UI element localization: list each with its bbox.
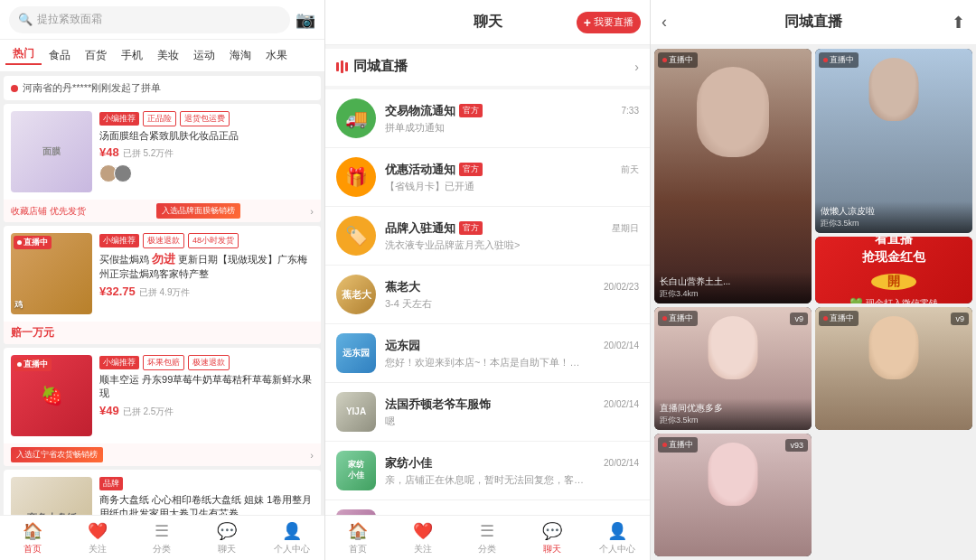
badge-official-promo: 官方 [459,163,483,176]
cat-food[interactable]: 食品 [42,48,78,63]
chat-item-yuanyuan[interactable]: 远东园 远东园 20/02/14 您好！欢迎来到本店~！本店是自助下单！喜... [325,324,650,383]
live-cell-man1[interactable]: 直播中 长白山营养土土... 距你3.4km [654,49,812,303]
msg-jiaxiao: 亲，店铺正在休息呢，暂时无法回复您，客服上... [385,473,584,487]
search-icon: 🔍 [18,13,33,26]
product-chicken[interactable]: 直播中 鸡 小编推荐 极速退款 48小时发货 买假盐焗鸡 勿进 更新日期【现做现… [4,226,321,344]
product-paper[interactable]: 商务大盘纸 品牌 商务大盘纸 心心相印卷纸大盘纸 姐妹 1卷用整月 用纸巾批发家… [4,470,321,515]
back-icon[interactable]: ‹ [662,13,667,32]
live-cell-woman2[interactable]: 直播中 v93 [654,434,812,556]
avatar-france: YIJA [336,392,376,432]
shop-nav-profile[interactable]: 👤 个人中心 [259,516,324,560]
time-logistics: 7:33 [622,106,639,116]
shop-nav-category[interactable]: ☰ 分类 [130,516,195,560]
cat-fruit[interactable]: 水果 [258,48,295,63]
price-chicken: ¥32.75 [99,285,136,298]
chat-name-jiaxiao: 家纺小佳 [385,455,432,471]
search-input[interactable]: 🔍 提拉紧致面霜 [9,6,290,33]
shop-nav-chat[interactable]: 💬 聊天 [194,516,259,560]
chat-content-brand: 品牌入驻通知 官方 星期日 洗衣液专业品牌蓝月亮入驻啦> [385,220,639,252]
chat-item-brand[interactable]: 🏷️ 品牌入驻通知 官方 星期日 洗衣液专业品牌蓝月亮入驻啦> [325,207,650,266]
distance-man1: 距你3.4km [660,288,806,300]
chat-content-france: 法国乔顿老爷车服饰 20/02/14 嗯 [385,397,639,428]
group-count-facemask: 已拼 5.2万件 [123,147,174,160]
live-cell-redpacket[interactable]: 看直播抢现金红包 開 💚 现金打入微信零钱 [815,237,972,303]
chat-item-promo[interactable]: 🎁 优惠活动通知 官方 前天 【省钱月卡】已开通 [325,148,650,207]
shop-nav-chat-label: 聊天 [218,543,236,555]
rp-open-button[interactable]: 開 [871,274,916,290]
live-badge-chicken: 直播中 [14,236,52,249]
product-strawberry[interactable]: 直播中 🍓 小编推荐 坏果包赔 极速退款 顺丰空运 丹东99草莓牛奶草莓秸秆草莓… [4,348,321,466]
product-info-strawberry: 小编推荐 坏果包赔 极速退款 顺丰空运 丹东99草莓牛奶草莓秸秆草莓新鲜水果现 … [99,355,314,436]
bottom-chicken: 赔一万元 [11,325,54,341]
tongcheng-name: 同城直播 [353,58,408,75]
chat-item-logistics[interactable]: 🚚 交易物流通知 官方 7:33 拼单成功通知 [325,89,650,148]
product-title-strawberry: 顺丰空运 丹东99草莓牛奶草莓秸秆草莓新鲜水果现 [99,373,314,401]
caption-man2: 做懒人凉皮啦 [821,205,967,217]
caption-man1: 长白山营养土土... [660,275,806,287]
cat-general[interactable]: 百货 [78,48,114,63]
product-facemask[interactable]: 面膜 小编推荐 正品险 退货包运费 汤面膜组合紧致肌肤化妆品正品 ¥48 已拼 … [4,104,321,222]
product-bottom-chicken: 赔一万元 [4,322,321,344]
notification-text: 河南省的丹*****刚刚发起了拼单 [23,81,161,95]
chat-item-jiaxiao[interactable]: 家纺小佳 家纺小佳 20/02/14 亲，店铺正在休息呢，暂时无法回复您，客服上… [325,442,650,500]
notif-dot [11,85,18,92]
category-bar: 热门 食品 百货 手机 美妆 运动 海淘 水果 [0,40,324,72]
cat-overseas[interactable]: 海淘 [222,48,258,63]
live-overlay-top-woman1: 直播中 v9 [658,311,808,326]
price-tag-man3: v9 [951,313,969,325]
wechat-icon: 💚 [849,297,863,303]
tag-xiaobei: 小编推荐 [99,112,139,126]
tongcheng-section[interactable]: 同城直播 › [325,49,650,86]
chat-nav-category[interactable]: ☰ 分类 [455,516,521,560]
share-icon[interactable]: ⬆ [952,13,965,33]
chat-nav-profile[interactable]: 👤 个人中心 [585,516,650,560]
time-jiaxiao: 20/02/14 [604,458,639,468]
shop-nav-home[interactable]: 🏠 首页 [0,516,65,560]
cat-sports[interactable]: 运动 [186,48,222,63]
product-info-chicken: 小编推荐 极速退款 48小时发货 买假盐焗鸡 勿进 更新日期【现做现发】广东梅州… [99,233,314,314]
live-status-woman2: 直播中 [658,437,698,453]
chat-category-icon: ☰ [480,521,494,541]
chat-item-france[interactable]: YIJA 法国乔顿老爷车服饰 20/02/14 嗯 [325,383,650,442]
live-grid: 直播中 长白山营养土土... 距你3.4km 直播中 做懒人凉皮啦 距你3.5 [651,45,976,560]
camera-icon[interactable]: 📷 [296,10,315,30]
live-overlay-top-man3: 直播中 v9 [819,311,969,326]
cat-beauty[interactable]: 美妆 [150,48,186,63]
cat-hot[interactable]: 热门 [5,46,42,65]
live-status-woman1: 直播中 [658,311,698,326]
chat-nav-chat[interactable]: 💬 聊天 [520,516,585,560]
chat-content-promo: 优惠活动通知 官方 前天 【省钱月卡】已开通 [385,162,639,193]
chat-item-siyuan[interactable]: 思源达贸易 思源达贸易 20/02/14 亲 店铺正在休息呢，暂时无法回复您，客… [325,500,650,515]
shop-nav-follow[interactable]: ❤️ 关注 [65,516,130,560]
live-status-man3: 直播中 [819,311,859,326]
chat-profile-icon: 👤 [607,521,627,541]
bar1 [336,62,339,71]
badge-official-logistics: 官方 [459,104,483,117]
caption-woman1: 直播间优惠多多 [660,402,806,414]
live-cell-man2[interactable]: 直播中 做懒人凉皮啦 距你3.5km [815,49,972,233]
chat-nav-home[interactable]: 🏠 首页 [325,516,390,560]
live-btn[interactable]: + 我要直播 [577,12,641,33]
cat-phone[interactable]: 手机 [114,48,150,63]
live-cell-woman1[interactable]: 直播中 v9 直播间优惠多多 距你3.5km [654,307,812,430]
time-laoda: 20/02/23 [604,282,639,292]
avatar-brand: 🏷️ [336,216,376,256]
live-overlay-top-woman2: 直播中 v93 [658,437,808,453]
shop-panel: 🔍 提拉紧致面霜 📷 热门 食品 百货 手机 美妆 运动 海淘 水果 河南省的丹… [0,0,325,560]
chat-follow-icon: ❤️ [413,521,433,541]
ranking-tag-facemask: 入选品牌面膜畅销榜 [156,203,240,219]
bar3 [345,62,348,71]
live-cell-man3[interactable]: 直播中 v9 [815,307,972,430]
chat-nav-follow[interactable]: ❤️ 关注 [390,516,455,560]
live-panel: ‹ 同城直播 ⬆ 直播中 长白山营养土土... 距你3.4km [651,0,976,560]
badge-official-brand: 官方 [459,221,483,235]
group-notification: 河南省的丹*****刚刚发起了拼单 [4,76,321,100]
price-strawberry: ¥49 [99,404,119,417]
category-icon: ☰ [155,521,169,541]
chat-content-jiaxiao: 家纺小佳 20/02/14 亲，店铺正在休息呢，暂时无法回复您，客服上... [385,455,639,487]
chat-item-laoda[interactable]: 蕉老大 蕉老大 20/02/23 3-4 天左右 [325,266,650,324]
chat-nav-chat-label: 聊天 [543,543,561,555]
shop-nav: 🏠 首页 ❤️ 关注 ☰ 分类 💬 聊天 👤 个人中心 [0,515,324,560]
chat-list: 🚚 交易物流通知 官方 7:33 拼单成功通知 🎁 优惠活动通知 官方 前天 【… [325,89,650,515]
chat-nav: 🏠 首页 ❤️ 关注 ☰ 分类 💬 聊天 👤 个人中心 [325,515,650,560]
